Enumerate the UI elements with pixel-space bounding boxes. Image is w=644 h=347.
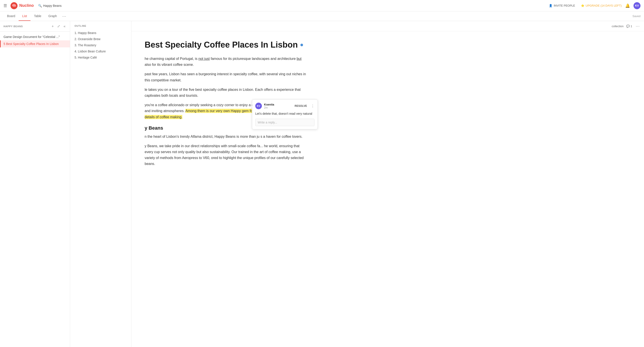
underline-but: but: [297, 57, 302, 61]
tab-table[interactable]: Table: [30, 12, 45, 21]
tab-list[interactable]: List: [19, 12, 30, 21]
invite-icon: 👤: [549, 4, 552, 7]
comment-author: Kseniia: [264, 103, 291, 106]
second-nav: Board List Table Graph ⋯ Saved: [0, 12, 644, 21]
expand-sidebar-button[interactable]: ⤢: [56, 24, 61, 29]
search-area[interactable]: 🔍 Happy Beans: [38, 4, 62, 8]
doc-more-button[interactable]: ⋯: [635, 23, 640, 29]
doc-paragraph-2: past few years, Lisbon has seen a burgeo…: [144, 71, 307, 83]
comment-badge[interactable]: 💬 1: [626, 25, 632, 28]
sidebar-item-game-design[interactable]: Game Design Document for "Celestial ...": [0, 33, 70, 40]
doc-topbar: collection 💬 1 ⋯: [132, 21, 644, 31]
outline-item-5[interactable]: 5. Heritage Café: [70, 54, 131, 61]
outline-item-4[interactable]: 4. Lisbon Bean Culture: [70, 48, 131, 54]
comment-meta: Kseniia 2m: [264, 103, 291, 109]
top-nav: ☰ 🧠 Nuclino 🔍 Happy Beans 👤 INVITE PEOPL…: [0, 0, 644, 12]
outline-title: OUTLINE: [70, 25, 131, 30]
doc-title: Best Specialty Coffee Places In Lisbon: [144, 40, 307, 50]
search-icon: 🔍: [38, 4, 42, 8]
outline-item-3[interactable]: 3. The Roastery: [70, 42, 131, 48]
comment-more-button[interactable]: ⋮: [311, 104, 314, 108]
tab-board[interactable]: Board: [4, 12, 19, 21]
comment-count: 1: [631, 25, 632, 28]
collection-badge: collection: [612, 25, 624, 28]
doc-paragraph-6: y Beans, we take pride in our direct rel…: [144, 143, 307, 167]
outline-item-1[interactable]: 1. Happy Beans: [70, 30, 131, 36]
workspace-name: Happy Beans: [43, 4, 62, 8]
comment-body: Let's delete that, doesn't read very nat…: [255, 111, 314, 116]
comment-icon: 💬: [626, 25, 630, 28]
logo-text: Nuclino: [19, 3, 34, 8]
sidebar-header: HAPPY BEANS + ⤢ «: [0, 21, 70, 32]
doc-paragraph-3: le takes you on a tour of the five best …: [144, 87, 307, 99]
saved-label: Saved: [632, 15, 640, 18]
collection-label: collection: [612, 25, 624, 28]
title-status-dot: [300, 44, 303, 46]
comment-header: KV Kseniia 2m RESOLVE ⋮: [255, 103, 314, 109]
star-icon: ⭐: [581, 4, 584, 7]
doc-content: Best Specialty Coffee Places In Lisbon h…: [132, 31, 320, 179]
collapse-sidebar-button[interactable]: «: [63, 24, 66, 29]
logo-area: 🧠 Nuclino: [10, 2, 34, 9]
invite-label: INVITE PEOPLE: [554, 4, 575, 7]
outline-panel: OUTLINE 1. Happy Beans 2. Oceanside Brew…: [70, 21, 132, 347]
top-nav-right: 👤 INVITE PEOPLE ⭐ UPGRADE (14 DAYS LEFT)…: [547, 2, 640, 9]
tab-graph[interactable]: Graph: [45, 12, 60, 21]
sidebar-title: HAPPY BEANS: [4, 25, 23, 28]
sidebar-item-coffee-places[interactable]: 5 Best Specialty Coffee Places In Lisbon: [0, 40, 70, 47]
main-layout: HAPPY BEANS + ⤢ « Game Design Document f…: [0, 21, 644, 347]
upgrade-label: UPGRADE (14 DAYS LEFT): [586, 4, 622, 7]
doc-paragraph-5: n the heart of Lisbon's trendy Alfama di…: [144, 134, 307, 140]
hamburger-icon[interactable]: ☰: [4, 3, 7, 8]
logo-icon: 🧠: [10, 2, 18, 9]
notification-bell-icon[interactable]: 🔔: [625, 3, 630, 8]
comment-avatar: KV: [255, 103, 262, 109]
comment-thread: KV Kseniia 2m RESOLVE ⋮ Let's delete tha…: [252, 99, 318, 129]
underline-not-just: not just: [198, 57, 210, 61]
more-tabs-icon[interactable]: ⋯: [60, 12, 68, 21]
comment-time: 2m: [264, 106, 291, 109]
add-item-button[interactable]: +: [51, 24, 54, 29]
outline-item-2[interactable]: 2. Oceanside Brew: [70, 36, 131, 42]
sidebar: HAPPY BEANS + ⤢ « Game Design Document f…: [0, 21, 70, 347]
invite-people-button[interactable]: 👤 INVITE PEOPLE: [547, 3, 578, 9]
sidebar-items: Game Design Document for "Celestial ..."…: [0, 32, 70, 347]
upgrade-button[interactable]: ⭐ UPGRADE (14 DAYS LEFT): [581, 4, 622, 7]
resolve-comment-button[interactable]: RESOLVE: [293, 104, 309, 108]
content-area: collection 💬 1 ⋯ Best Specialty Coffee P…: [132, 21, 644, 347]
avatar[interactable]: KV: [634, 2, 640, 9]
doc-paragraph-1: he charming capital of Portugal, is not …: [144, 56, 307, 68]
sidebar-actions: + ⤢ «: [51, 24, 66, 29]
comment-reply-input[interactable]: Write a reply...: [255, 119, 314, 126]
